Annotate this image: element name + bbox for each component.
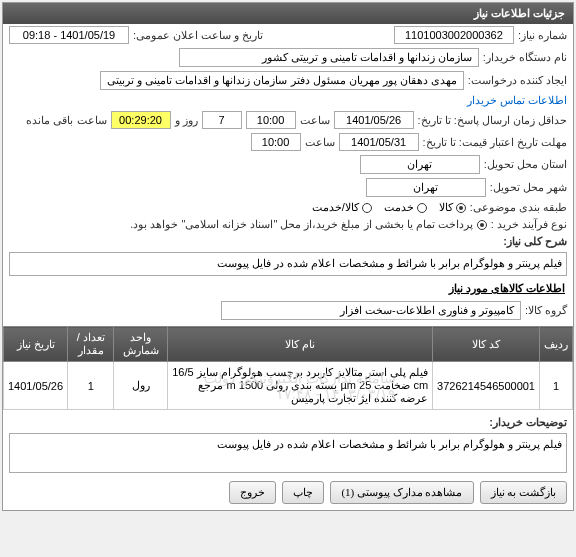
need-no-value: 1101003002000362 [394, 26, 514, 44]
items-section-title: اطلاعات کالاهای مورد نیاز [3, 278, 573, 299]
days-label: روز و [175, 114, 198, 127]
cell-name: فیلم پلی استر متالایز کاربرد برچسب هولوگ… [168, 362, 433, 410]
cell-date: 1401/05/26 [4, 362, 68, 410]
validity-time: 10:00 [251, 133, 301, 151]
countdown-value: 00:29:20 [111, 111, 171, 129]
print-button[interactable]: چاپ [282, 481, 324, 504]
cell-qty: 1 [68, 362, 114, 410]
deadline-label: حداقل زمان ارسال پاسخ: تا تاریخ: [418, 114, 567, 127]
time-label-2: ساعت [305, 136, 335, 149]
need-no-label: شماره نیاز: [518, 29, 567, 42]
cell-unit: رول [114, 362, 168, 410]
radio-icon [456, 203, 466, 213]
deadline-date: 1401/05/26 [334, 111, 414, 129]
radio-icon[interactable] [477, 220, 487, 230]
cell-row: 1 [540, 362, 573, 410]
radio-both[interactable]: کالا/خدمت [312, 201, 372, 214]
city-req-label: استان محل تحویل: [484, 158, 567, 171]
validity-date: 1401/05/31 [339, 133, 419, 151]
creator-value: مهدی دهقان پور مهریان مسئول دفتر سازمان … [100, 71, 464, 90]
validity-label: مهلت تاریخ اعتبار قیمت: تا تاریخ: [423, 136, 567, 149]
th-code: کد کالا [433, 327, 540, 362]
th-qty: تعداد / مقدار [68, 327, 114, 362]
radio-icon [417, 203, 427, 213]
desc-value: فیلم پرینتر و هولوگرام برابر با شرائط و … [9, 252, 567, 276]
radio-goods[interactable]: کالا [439, 201, 466, 214]
attachments-button[interactable]: مشاهده مدارک پیوستی (1) [330, 481, 473, 504]
items-table: ردیف کد کالا نام کالا واحد شمارش تعداد /… [3, 326, 573, 410]
explain-value: فیلم پرینتر و هولوگرام برابر با شرائط و … [9, 433, 567, 473]
exit-button[interactable]: خروج [229, 481, 276, 504]
buyer-label: نام دستگاه خریدار: [483, 51, 567, 64]
goods-group-value: کامپیوتر و فناوری اطلاعات-سخت افزار [221, 301, 521, 320]
city-del-value: تهران [366, 178, 486, 197]
desc-label: شرح کلی نیاز: [503, 235, 567, 248]
group-label: طبقه بندی موضوعی: [470, 201, 567, 214]
category-radio-group: کالا خدمت کالا/خدمت [312, 201, 466, 214]
buy-type-label: نوع فرآیند خرید : [491, 218, 567, 231]
time-label-1: ساعت [300, 114, 330, 127]
contact-link[interactable]: اطلاعات تماس خریدار [467, 94, 567, 107]
cell-code: 3726214546500001 [433, 362, 540, 410]
panel-title: جزئیات اطلاعات نیاز [3, 3, 573, 24]
buyer-value: سازمان زندانها و اقدامات تامینی و تربیتی… [179, 48, 479, 67]
announce-value: 1401/05/19 - 09:18 [9, 26, 129, 44]
need-details-panel: جزئیات اطلاعات نیاز شماره نیاز: 11010030… [2, 2, 574, 511]
th-name: نام کالا [168, 327, 433, 362]
city-req-value: تهران [360, 155, 480, 174]
th-unit: واحد شمارش [114, 327, 168, 362]
city-del-label: شهر محل تحویل: [490, 181, 567, 194]
radio-icon [362, 203, 372, 213]
announce-label: تاریخ و ساعت اعلان عمومی: [133, 29, 263, 42]
deadline-time: 10:00 [246, 111, 296, 129]
explain-label: توضیحات خریدار: [489, 416, 567, 429]
creator-label: ایجاد کننده درخواست: [468, 74, 567, 87]
table-row: 1 3726214546500001 فیلم پلی استر متالایز… [4, 362, 573, 410]
back-button[interactable]: بازگشت به نیاز [480, 481, 568, 504]
remain-label: ساعت باقی مانده [26, 114, 106, 127]
th-date: تاریخ نیاز [4, 327, 68, 362]
days-value: 7 [202, 111, 242, 129]
buy-type-note: پرداخت تمام یا بخشی از مبلغ خرید،از محل … [130, 218, 473, 231]
goods-group-label: گروه کالا: [525, 304, 567, 317]
radio-service[interactable]: خدمت [384, 201, 427, 214]
th-row: ردیف [540, 327, 573, 362]
button-bar: بازگشت به نیاز مشاهده مدارک پیوستی (1) چ… [3, 475, 573, 510]
